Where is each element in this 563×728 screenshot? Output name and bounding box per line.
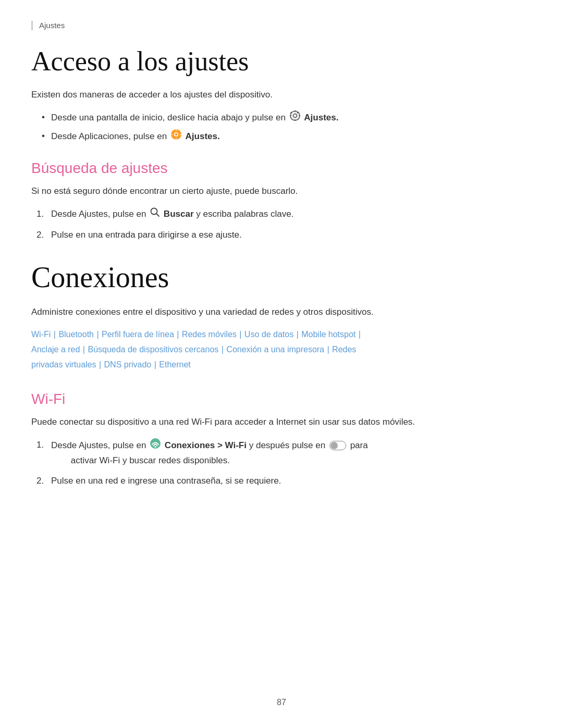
conexiones-wifi-label: Conexiones > Wi-Fi: [165, 440, 247, 450]
link-ethernet[interactable]: Ethernet: [159, 360, 190, 369]
bullet-item-1: Desde una pantalla de inicio, deslice ha…: [42, 110, 532, 126]
section-busqueda: Búsqueda de ajustes Si no está seguro dó…: [31, 160, 532, 242]
page-number: 87: [0, 698, 563, 707]
svg-rect-5: [299, 115, 300, 116]
svg-rect-14: [180, 134, 181, 135]
section-acceso: Acceso a los ajustes Existen dos maneras…: [31, 46, 532, 144]
link-perfil[interactable]: Perfil fuera de línea: [102, 330, 174, 339]
chapter-conexiones-title: Conexiones: [31, 261, 532, 294]
busqueda-steps: 1. Desde Ajustes, pulse en Buscar y escr…: [36, 207, 532, 242]
svg-rect-12: [176, 138, 177, 140]
link-bluetooth[interactable]: Bluetooth: [58, 330, 94, 339]
search-icon: [150, 207, 160, 221]
ajustes-label-2: Ajustes.: [186, 131, 220, 141]
svg-rect-13: [171, 134, 173, 135]
bullet-item-2: Desde Aplicaciones, pulse en Ajustes.: [42, 129, 532, 144]
busqueda-step-1: 1. Desde Ajustes, pulse en Buscar y escr…: [36, 207, 532, 222]
link-dns[interactable]: DNS privado: [104, 360, 152, 369]
busqueda-step-2: 2. Pulse en una entrada para dirigirse a…: [36, 228, 532, 242]
circle-gear-icon: [170, 129, 182, 144]
svg-rect-2: [295, 110, 296, 112]
ajustes-label-1: Ajustes.: [304, 113, 338, 122]
link-wifi[interactable]: Wi-Fi: [31, 330, 51, 339]
breadcrumb: Ajustes: [31, 21, 532, 30]
svg-point-10: [175, 133, 177, 135]
svg-rect-3: [295, 119, 296, 121]
section-busqueda-intro: Si no está seguro dónde encontrar un cie…: [31, 184, 532, 198]
gear-settings-icon: [289, 110, 301, 126]
wifi-subtitle: Wi-Fi: [31, 391, 532, 408]
conexiones-intro: Administre conexiones entre el dispositi…: [31, 305, 532, 319]
link-redes-privadas[interactable]: Redes: [332, 345, 356, 354]
wifi-steps: 1. Desde Ajustes, pulse en Conexiones > …: [36, 438, 532, 488]
svg-rect-11: [176, 130, 177, 131]
section-busqueda-title: Búsqueda de ajustes: [31, 160, 532, 177]
section-acceso-title: Acceso a los ajustes: [31, 46, 532, 77]
link-uso-datos[interactable]: Uso de datos: [244, 330, 293, 339]
connections-icon: [150, 438, 161, 453]
link-redes-moviles[interactable]: Redes móviles: [182, 330, 237, 339]
link-impresora[interactable]: Conexión a una impresora: [226, 345, 324, 354]
svg-line-16: [156, 214, 159, 216]
section-acceso-bullets: Desde una pantalla de inicio, deslice ha…: [42, 110, 532, 144]
toggle-icon: [329, 441, 346, 450]
link-redes-privadas-virtuales[interactable]: privadas virtuales: [31, 360, 96, 369]
section-conexiones: Conexiones Administre conexiones entre e…: [31, 261, 532, 372]
link-anclaje[interactable]: Anclaje a red: [31, 345, 80, 354]
link-mobile-hotspot[interactable]: Mobile hotspot: [301, 330, 356, 339]
wifi-step-2: 2. Pulse en una red e ingrese una contra…: [36, 474, 532, 488]
buscar-label: Buscar: [164, 209, 194, 219]
wifi-intro: Puede conectar su dispositivo a una red …: [31, 415, 532, 429]
svg-point-0: [290, 111, 300, 120]
section-wifi: Wi-Fi Puede conectar su dispositivo a un…: [31, 391, 532, 488]
svg-rect-4: [290, 115, 291, 116]
breadcrumb-label: Ajustes: [39, 21, 65, 30]
section-acceso-intro: Existen dos maneras de acceder a los aju…: [31, 88, 532, 102]
conexiones-links: Wi-Fi | Bluetooth | Perfil fuera de líne…: [31, 327, 532, 372]
link-busqueda-dispositivos[interactable]: Búsqueda de dispositivos cercanos: [88, 345, 218, 354]
wifi-step-1: 1. Desde Ajustes, pulse en Conexiones > …: [36, 438, 532, 467]
svg-point-18: [155, 446, 156, 448]
